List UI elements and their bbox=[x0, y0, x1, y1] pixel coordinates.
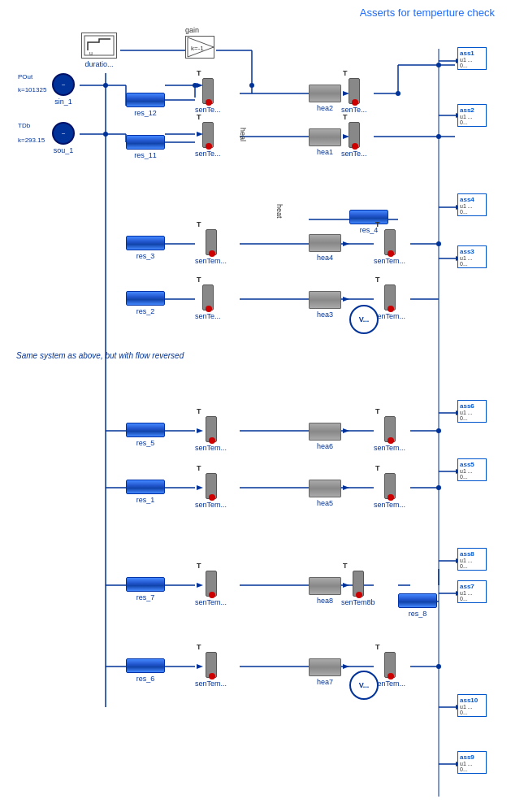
ass8-block[interactable]: ass8 u1 ... 0... bbox=[457, 548, 487, 571]
sente-r5a-block[interactable]: T senTem... bbox=[195, 416, 227, 452]
res6-shape bbox=[126, 658, 165, 673]
sente-r2-block[interactable]: T senTe... bbox=[195, 284, 221, 320]
ass4-block[interactable]: ass4 u1 ... 0... bbox=[457, 193, 487, 216]
res5-shape bbox=[126, 423, 165, 437]
ass2-shape: ass2 u1 ... 0... bbox=[457, 104, 487, 127]
sente-r11b-block[interactable]: T senTe... bbox=[341, 122, 367, 158]
svg-point-73 bbox=[436, 134, 441, 139]
gain-block[interactable]: gain k=-1 bbox=[185, 36, 214, 59]
sou1-block[interactable]: ~ sou_1 bbox=[52, 122, 75, 154]
svg-point-69 bbox=[436, 63, 441, 67]
ass10-block[interactable]: ass10 u1 ... 0... bbox=[457, 694, 487, 717]
res8-shape bbox=[398, 593, 437, 608]
sente8b-block[interactable]: T senTem8b bbox=[341, 571, 375, 606]
res7-block[interactable]: res_7 bbox=[126, 577, 165, 601]
ass9-shape: ass9 u1 ... 0... bbox=[457, 751, 487, 774]
ass3-shape: ass3 u1 ... 0... bbox=[457, 245, 487, 268]
ass6-block[interactable]: ass6 u1 ... 0... bbox=[457, 400, 487, 423]
sente-r5b-block[interactable]: T senTem... bbox=[374, 416, 405, 452]
heat-label: heat bbox=[275, 204, 284, 219]
hea8-block[interactable]: hea8 bbox=[309, 577, 341, 605]
svg-marker-87 bbox=[343, 297, 349, 302]
sente-r12a-shape bbox=[202, 78, 214, 104]
sente-r6b-shape bbox=[384, 652, 396, 678]
hea7-block[interactable]: hea7 bbox=[309, 658, 341, 686]
svg-point-77 bbox=[436, 664, 441, 669]
ass9-block[interactable]: ass9 u1 ... 0... bbox=[457, 751, 487, 774]
hea3-shape bbox=[309, 291, 341, 309]
ass5-shape: ass5 u1 ... 0... bbox=[457, 458, 487, 481]
sente-r2-shape bbox=[202, 284, 214, 310]
ass10-shape: ass10 u1 ... 0... bbox=[457, 694, 487, 717]
svg-point-75 bbox=[436, 428, 441, 433]
diagram-container: Asserts for temperture check bbox=[0, 0, 511, 812]
sente-r1a-block[interactable]: T senTem... bbox=[195, 473, 227, 509]
sente-r11b-shape bbox=[349, 122, 360, 148]
res11-shape bbox=[126, 135, 165, 150]
svg-point-67 bbox=[249, 83, 254, 88]
res2-shape bbox=[126, 291, 165, 306]
sente-r3-shape bbox=[206, 229, 217, 255]
sente-r1b-block[interactable]: T senTem... bbox=[374, 473, 405, 509]
duration-block[interactable]: u duratio... bbox=[81, 33, 117, 68]
svg-point-70 bbox=[103, 83, 108, 88]
vol1-shape: V... bbox=[349, 305, 379, 334]
sente-r5a-shape bbox=[206, 416, 217, 442]
sente-r7a-shape bbox=[206, 571, 217, 597]
hea1-shape bbox=[309, 128, 341, 146]
svg-point-71 bbox=[103, 132, 108, 137]
vol2-block[interactable]: V... bbox=[349, 671, 379, 700]
sente-r5b-shape bbox=[384, 416, 396, 442]
ass7-block[interactable]: ass7 u1 ... 0... bbox=[457, 580, 487, 603]
res2-block[interactable]: res_2 bbox=[126, 291, 165, 315]
ass1-block[interactable]: ass1 u1 ... 0... bbox=[457, 47, 487, 70]
hea4-block[interactable]: hea4 bbox=[309, 234, 341, 262]
res3-block[interactable]: res_3 bbox=[126, 236, 165, 260]
sente-r12b-block[interactable]: T senTe... bbox=[341, 78, 367, 114]
res12-shape bbox=[126, 93, 165, 107]
sente-r11a-shape bbox=[202, 122, 214, 148]
hea6-shape bbox=[309, 423, 341, 441]
sente-r11a-block[interactable]: T senTe... bbox=[195, 122, 221, 158]
ass3-block[interactable]: ass3 u1 ... 0... bbox=[457, 245, 487, 268]
sente8b-shape bbox=[353, 571, 364, 597]
vol1-block[interactable]: V... bbox=[349, 305, 379, 334]
hea3-block[interactable]: hea3 bbox=[309, 291, 341, 319]
sente-r3-block[interactable]: T senTem... bbox=[195, 229, 227, 265]
res5-block[interactable]: res_5 bbox=[126, 423, 165, 447]
hea5-block[interactable]: hea5 bbox=[309, 480, 341, 507]
res8-block[interactable]: res_8 bbox=[398, 593, 437, 618]
res1-block[interactable]: res_1 bbox=[126, 480, 165, 504]
res11-block[interactable]: res_11 bbox=[126, 135, 165, 159]
hea7-shape bbox=[309, 658, 341, 676]
ass2-block[interactable]: ass2 u1 ... 0... bbox=[457, 104, 487, 127]
sou1-k: k=293.15 bbox=[18, 137, 45, 144]
res6-block[interactable]: res_6 bbox=[126, 658, 165, 683]
sente-r1a-shape bbox=[206, 473, 217, 499]
res7-shape bbox=[126, 577, 165, 592]
svg-marker-90 bbox=[343, 428, 349, 433]
pout-label: POut bbox=[18, 73, 32, 80]
hea2-block[interactable]: hea2 bbox=[309, 85, 341, 112]
ass7-shape: ass7 u1 ... 0... bbox=[457, 580, 487, 603]
hea1-block[interactable]: hea1 bbox=[309, 128, 341, 156]
connection-lines bbox=[0, 0, 511, 812]
sente-r2b-shape bbox=[384, 284, 396, 310]
svg-text:u: u bbox=[89, 50, 93, 56]
sin1-block[interactable]: ~ sin_1 bbox=[52, 73, 75, 106]
sente-r3b-block[interactable]: T senTem... bbox=[374, 229, 405, 265]
svg-text:k=-1: k=-1 bbox=[191, 45, 204, 52]
res12-block[interactable]: res_12 bbox=[126, 93, 165, 117]
svg-marker-85 bbox=[343, 241, 349, 246]
sente-r6a-block[interactable]: T senTem... bbox=[195, 652, 227, 688]
hea6-block[interactable]: hea6 bbox=[309, 423, 341, 450]
ass5-block[interactable]: ass5 u1 ... 0... bbox=[457, 458, 487, 481]
ass1-shape: ass1 u1 ... 0... bbox=[457, 47, 487, 70]
sente-r3b-shape bbox=[384, 229, 396, 255]
sente-r12a-block[interactable]: T senTe... bbox=[195, 78, 221, 114]
sente-r12b-shape bbox=[349, 78, 360, 104]
sin1-k: k=101325 bbox=[18, 86, 46, 93]
res3-shape bbox=[126, 236, 165, 250]
ass8-shape: ass8 u1 ... 0... bbox=[457, 548, 487, 571]
sente-r7a-block[interactable]: T senTem... bbox=[195, 571, 227, 606]
